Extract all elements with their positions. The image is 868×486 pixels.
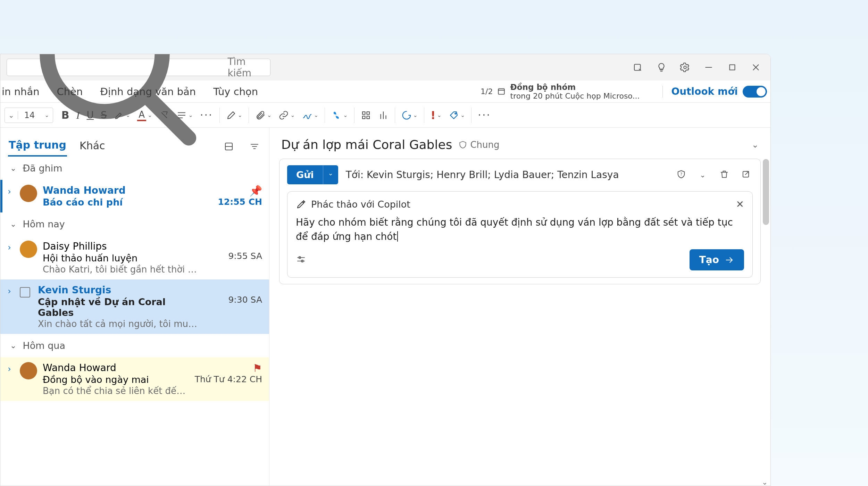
svg-rect-8 [499, 89, 504, 94]
importance-high-button[interactable]: !⌄ [427, 106, 445, 124]
svg-text:?: ? [680, 171, 682, 176]
ribbon-tab-options[interactable]: Tùy chọn [212, 84, 259, 100]
new-outlook-label: Outlook mới [671, 86, 738, 97]
italic-button[interactable]: I [73, 106, 83, 124]
to-recipients[interactable]: Kevin Sturgis; Henry Brill; Lydia Bauer;… [367, 169, 619, 181]
ribbon-tab-message[interactable]: in nhắn [0, 84, 41, 100]
ribbon-overflow-2[interactable]: ··· [474, 106, 494, 124]
sync-status[interactable]: 1/2 Đồng bộ nhóm trong 20 phút Cuộc họp … [481, 83, 640, 101]
avatar [20, 241, 37, 258]
copilot-header-label: Phác thảo với Copilot [311, 199, 410, 210]
calendar-icon [497, 87, 506, 96]
avatar [20, 185, 37, 202]
chevron-down-icon: ⌄ [10, 341, 16, 350]
expand-icon[interactable]: › [5, 362, 14, 374]
maximize-button[interactable] [724, 59, 741, 76]
chevron-down-icon[interactable]: ⌄ [696, 171, 710, 179]
settings-icon[interactable] [677, 59, 693, 76]
tags-button[interactable]: ⌄ [445, 106, 468, 124]
message-sender: Wanda Howard [43, 362, 189, 374]
message-item-pinned[interactable]: › Wanda Howard Báo cáo chi phí 📌 12:55 C… [0, 180, 269, 212]
group-today[interactable]: ⌄Hôm nay [0, 212, 269, 236]
sensitivity-label: Chung [470, 140, 499, 150]
popout-icon[interactable] [739, 169, 753, 181]
link-button[interactable]: ⌄ [275, 106, 298, 124]
group-yesterday[interactable]: ⌄Hôm qua [0, 334, 269, 357]
search-box[interactable]: Tìm kiếm [7, 59, 270, 76]
tab-focused[interactable]: Tập trung [8, 136, 67, 157]
expand-icon[interactable]: › [5, 185, 14, 196]
close-button[interactable] [748, 59, 764, 76]
font-size-picker[interactable]: ⌄ 14 ⌄ [5, 108, 53, 123]
attach-button[interactable]: ⌄ [252, 106, 275, 124]
shield-icon [458, 140, 467, 149]
font-color-button[interactable]: A⌄ [134, 106, 156, 124]
close-icon[interactable]: ✕ [736, 199, 744, 210]
svg-rect-5 [730, 65, 735, 70]
message-sender: Kevin Sturgis [38, 284, 201, 296]
message-item-flagged[interactable]: › Wanda Howard Đồng bộ vào ngày mai Bạn … [0, 357, 269, 401]
message-sender: Wanda Howard [43, 185, 201, 196]
encryption-icon[interactable]: ? [674, 169, 688, 181]
scrollbar-thumb[interactable] [763, 159, 769, 225]
flag-icon[interactable]: ⚑ [195, 362, 262, 374]
copilot-ribbon-button[interactable]: ⌄ [328, 106, 351, 124]
arrow-right-icon [725, 255, 734, 265]
sync-count: 1/2 [481, 87, 493, 96]
scrollbar[interactable] [763, 159, 769, 482]
chevron-down-icon[interactable]: ⌄ [5, 111, 18, 119]
ribbon-tab-format[interactable]: Định dạng văn bản [99, 84, 197, 100]
expand-icon[interactable]: › [5, 241, 14, 252]
select-checkbox[interactable] [20, 287, 30, 298]
apps-button[interactable] [357, 106, 375, 124]
outlook-window: Tìm kiếm in nhắn Chèn Định dạng văn bản … [0, 54, 771, 486]
filter-icon[interactable] [248, 140, 261, 153]
message-item-selected[interactable]: › Kevin Sturgis Cập nhật về Dự án Coral … [0, 279, 269, 334]
ribbon-tab-row: in nhắn Chèn Định dạng văn bản Tùy chọn … [0, 81, 770, 103]
discard-icon[interactable] [717, 169, 731, 181]
new-outlook-toggle[interactable] [743, 86, 767, 98]
paragraph-button[interactable]: ⌄ [173, 106, 196, 124]
generate-button[interactable]: Tạo [690, 249, 744, 270]
chevron-down-icon[interactable]: ⌄ [752, 140, 759, 150]
sensitivity-chip[interactable]: Chung [458, 140, 499, 150]
message-sender: Daisy Phillips [43, 241, 201, 252]
compose-header-row: Gửi ⌄ Tới: Kevin Sturgis; Henry Brill; L… [287, 165, 753, 184]
svg-rect-15 [362, 116, 365, 119]
expand-icon[interactable]: › [5, 284, 14, 296]
font-size-value: 14 [18, 110, 41, 120]
clear-format-button[interactable] [156, 106, 173, 124]
message-time: 9:30 SA [207, 295, 262, 305]
underline-button[interactable]: U [83, 106, 98, 124]
tips-icon[interactable] [653, 59, 670, 76]
pin-icon[interactable]: 📌 [207, 185, 262, 197]
styles-button[interactable]: ⌄ [223, 106, 246, 124]
svg-point-3 [684, 66, 686, 69]
coming-soon-icon[interactable] [629, 59, 646, 76]
send-options-button[interactable]: ⌄ [323, 165, 338, 184]
layout-icon[interactable] [222, 140, 236, 153]
group-pinned[interactable]: ⌄Đã ghim [0, 157, 269, 180]
send-split-button[interactable]: Gửi ⌄ [287, 165, 338, 184]
sparkle-pen-icon [296, 199, 306, 210]
message-preview: Bạn có thể chia sẻ liên kết đến bộ phận … [43, 386, 189, 396]
minimize-button[interactable] [700, 59, 717, 76]
highlight-button[interactable]: ⌄ [110, 106, 134, 124]
bold-button[interactable]: B [58, 106, 73, 124]
svg-rect-14 [367, 112, 369, 115]
content-area: Tập trung Khác ⌄Đã ghim › Wanda Howard B… [0, 128, 770, 486]
copilot-prompt-text[interactable]: Hãy cho nhóm biết rằng chúng tôi đã quyế… [296, 216, 744, 244]
ribbon-tab-insert[interactable]: Chèn [56, 84, 84, 100]
strikethrough-button[interactable]: S [97, 106, 110, 124]
adjust-icon[interactable] [296, 254, 306, 266]
chevron-down-icon: ⌄ [10, 164, 16, 173]
poll-button[interactable] [375, 106, 392, 124]
loop-button[interactable]: ⌄ [398, 106, 421, 124]
send-button[interactable]: Gửi [287, 165, 323, 184]
chevron-down-icon[interactable]: ⌄ [41, 112, 52, 118]
ribbon-toolbar: ⌄ 14 ⌄ B I U S ⌄ A⌄ ⌄ ··· ⌄ ⌄ ⌄ ⌄ ⌄ ⌄ !⌄… [0, 103, 770, 128]
signature-button[interactable]: ⌄ [299, 106, 322, 124]
tab-other[interactable]: Khác [79, 137, 106, 156]
message-item[interactable]: › Daisy Phillips Hội thảo huấn luyện Chà… [0, 236, 269, 279]
ribbon-overflow-1[interactable]: ··· [197, 106, 217, 124]
